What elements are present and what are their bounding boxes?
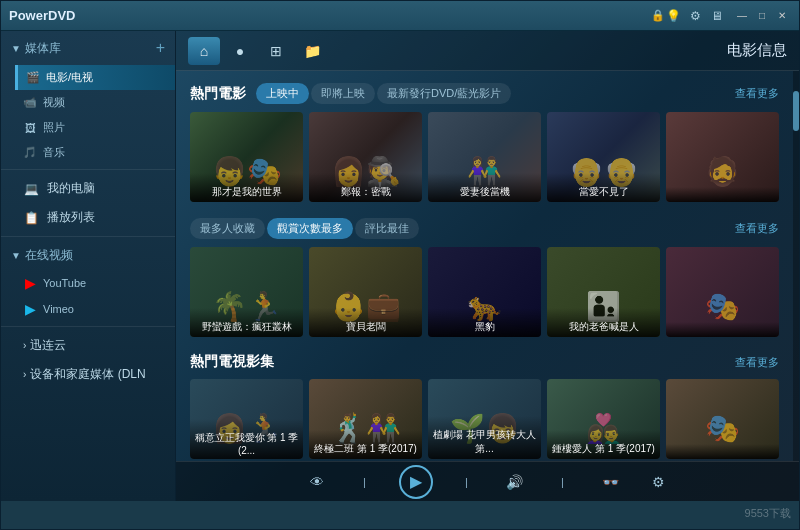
sidebar-item-photo[interactable]: 🖼 照片 [15, 115, 175, 140]
separator-1: | [351, 468, 379, 496]
popular-section: 最多人收藏 觀賞次數最多 評比最佳 查看更多 🌴🏃 野蠻 [190, 218, 779, 337]
movie-label-5 [666, 187, 779, 202]
tv-card-12[interactable]: 🕺👫 終極二班 第 1 季(2017) [309, 379, 422, 459]
video-icon: 📹 [23, 96, 37, 109]
movie-card-10[interactable]: 🎭 [666, 247, 779, 337]
close-button[interactable]: ✕ [773, 7, 791, 25]
movie-label-10 [666, 322, 779, 337]
tab-most-collected[interactable]: 最多人收藏 [190, 218, 265, 239]
sidebar: ▼ 媒体库 + 🎬 电影/电视 📹 视频 🖼 照片 🎵 [1, 31, 176, 501]
tv-card-14[interactable]: 👩‍❤️‍👨 鍾樓愛人 第 1 季(2017) [547, 379, 660, 459]
scrollbar-thumb[interactable] [793, 91, 799, 131]
right-scrollbar[interactable] [793, 71, 799, 461]
movie-card-8[interactable]: 🐆 黑豹 [428, 247, 541, 337]
play-button[interactable]: ▶ [399, 465, 433, 499]
sidebar-item-mycomputer[interactable]: 💻 我的电脑 [1, 174, 175, 203]
sidebar-online-video[interactable]: ▼ 在线视频 [1, 241, 175, 270]
movies-tv-icon: 🎬 [26, 71, 40, 84]
video-label: 视频 [43, 95, 65, 110]
sidebar-item-devices[interactable]: › 设备和家庭媒体 (DLN [1, 360, 175, 389]
page-title: 电影信息 [727, 41, 787, 60]
window-controls: — □ ✕ [733, 7, 791, 25]
movie-card-1[interactable]: 👦🎭 那才是我的世界 [190, 112, 303, 202]
bottom-toolbar: 👁 | ▶ | 🔊 | 👓 ⚙ [176, 461, 799, 501]
nav-disc-button[interactable]: ● [224, 37, 256, 65]
youtube-icon: ▶ [23, 275, 37, 291]
volume-button[interactable]: 🔊 [501, 468, 529, 496]
vr-button[interactable]: 👓 [597, 468, 625, 496]
movie-card-5[interactable]: 🧔 [666, 112, 779, 202]
lock-icon: 🔒 [651, 9, 665, 22]
tv-label-12: 終極二班 第 1 季(2017) [309, 430, 422, 459]
online-video-label: 在线视频 [25, 247, 73, 264]
watermark: 9553下载 [745, 506, 791, 521]
music-icon: 🎵 [23, 146, 37, 159]
cloud-arrow-icon: › [23, 340, 26, 351]
photo-icon: 🖼 [23, 122, 37, 134]
photo-label: 照片 [43, 120, 65, 135]
popular-grid: 🌴🏃 野蠻遊戲：瘋狂叢林 👶💼 寶貝老闆 [190, 247, 779, 337]
movies-tv-label: 电影/电视 [46, 70, 93, 85]
hot-movies-see-more[interactable]: 查看更多 [735, 86, 779, 101]
sidebar-item-music[interactable]: 🎵 音乐 [15, 140, 175, 165]
nav-folder-button[interactable]: 📁 [296, 37, 328, 65]
tab-coming-soon[interactable]: 即將上映 [311, 83, 375, 104]
nav-grid-button[interactable]: ⊞ [260, 37, 292, 65]
popular-tabs: 最多人收藏 觀賞次數最多 評比最佳 [190, 218, 419, 239]
maximize-button[interactable]: □ [753, 7, 771, 25]
movie-card-6[interactable]: 🌴🏃 野蠻遊戲：瘋狂叢林 [190, 247, 303, 337]
tab-most-watched[interactable]: 觀賞次數最多 [267, 218, 353, 239]
sidebar-item-video[interactable]: 📹 视频 [15, 90, 175, 115]
sidebar-media-library[interactable]: ▼ 媒体库 + [1, 31, 175, 65]
tv-card-15[interactable]: 🎭 [666, 379, 779, 459]
sidebar-item-cloud[interactable]: › 迅连云 [1, 331, 175, 360]
movie-card-7[interactable]: 👶💼 寶貝老闆 [309, 247, 422, 337]
playlist-label: 播放列表 [47, 209, 95, 226]
tab-now-showing[interactable]: 上映中 [256, 83, 309, 104]
content-scroll[interactable]: 熱門電影 上映中 即將上映 最新發行DVD/藍光影片 查看更多 [176, 71, 793, 461]
tv-card-13[interactable]: 🌱👦 植劇場 花甲男孩转大人 第... [428, 379, 541, 459]
hot-movies-header: 熱門電影 上映中 即將上映 最新發行DVD/藍光影片 查看更多 [190, 83, 779, 104]
movie-card-2[interactable]: 👩🕵️ 鄭報：密戰 [309, 112, 422, 202]
sidebar-item-youtube[interactable]: ▶ YouTube [15, 270, 175, 296]
tab-best-rated[interactable]: 評比最佳 [355, 218, 419, 239]
gear-icon[interactable]: ⚙ [687, 8, 703, 24]
popular-header: 最多人收藏 觀賞次數最多 評比最佳 查看更多 [190, 218, 779, 239]
tab-new-dvd[interactable]: 最新發行DVD/藍光影片 [377, 83, 511, 104]
music-label: 音乐 [43, 145, 65, 160]
minimize-button[interactable]: — [733, 7, 751, 25]
app-container: PowerDVD 🔒 💡 ⚙ 🖥 — □ ✕ ▼ 媒体库 + 🎬 电影 [0, 0, 800, 530]
content-nav: ⌂ ● ⊞ 📁 电影信息 [176, 31, 799, 71]
separator-3: | [549, 468, 577, 496]
hot-tv-see-more[interactable]: 查看更多 [735, 355, 779, 370]
popular-see-more[interactable]: 查看更多 [735, 221, 779, 236]
bulb-icon[interactable]: 💡 [665, 8, 681, 24]
sidebar-item-vimeo[interactable]: ▶ Vimeo [15, 296, 175, 322]
online-video-items: ▶ YouTube ▶ Vimeo [1, 270, 175, 322]
tv-label-13: 植劇場 花甲男孩转大人 第... [428, 416, 541, 459]
vimeo-label: Vimeo [43, 303, 74, 315]
sidebar-item-movies-tv[interactable]: 🎬 电影/电视 [15, 65, 175, 90]
movie-card-3[interactable]: 👫 愛妻後當機 [428, 112, 541, 202]
hot-tv-grid: 👩🏃 稱意立正我愛你 第 1 季(2... 🕺👫 終極二班 第 1 季(2017… [190, 379, 779, 459]
devices-arrow-icon: › [23, 369, 26, 380]
movie-card-9[interactable]: 👨‍👦 我的老爸喊是人 [547, 247, 660, 337]
settings-button[interactable]: ⚙ [645, 468, 673, 496]
nav-home-button[interactable]: ⌂ [188, 37, 220, 65]
separator-2: | [453, 468, 481, 496]
tv-label-15 [666, 444, 779, 459]
sidebar-item-playlist[interactable]: 📋 播放列表 [1, 203, 175, 232]
online-arrow-icon: ▼ [11, 250, 21, 261]
media-library-label: 媒体库 [25, 40, 61, 57]
view-button[interactable]: 👁 [303, 468, 331, 496]
title-bar: PowerDVD 🔒 💡 ⚙ 🖥 — □ ✕ [1, 1, 799, 31]
arrow-icon: ▼ [11, 43, 21, 54]
add-library-button[interactable]: + [156, 39, 165, 57]
hot-tv-title: 熱門電視影集 [190, 353, 274, 371]
computer-icon: 💻 [23, 181, 39, 197]
tv-card-11[interactable]: 👩🏃 稱意立正我愛你 第 1 季(2... [190, 379, 303, 459]
monitor-icon[interactable]: 🖥 [709, 8, 725, 24]
movie-card-4[interactable]: 👴👴 當愛不見了 [547, 112, 660, 202]
movie-label-8: 黑豹 [428, 308, 541, 337]
hot-movies-grid: 👦🎭 那才是我的世界 👩🕵️ 鄭報：密戰 [190, 112, 779, 202]
